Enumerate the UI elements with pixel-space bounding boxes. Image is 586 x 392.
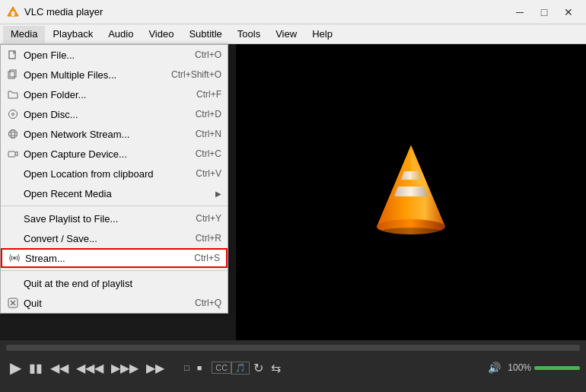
convert-shortcut: Ctrl+R	[196, 233, 221, 244]
open-disc-icon	[7, 108, 19, 120]
svg-point-8	[12, 113, 14, 116]
open-folder-icon	[7, 88, 19, 100]
svg-marker-20	[394, 186, 428, 196]
menu-open-file[interactable]: Open File... Ctrl+O	[1, 45, 228, 65]
minimize-button[interactable]: ─	[508, 3, 531, 21]
volume-fill	[534, 366, 580, 370]
frame-fwd-button[interactable]: ■	[193, 361, 206, 374]
open-folder-shortcut: Ctrl+F	[196, 89, 221, 100]
volume-label: 100%	[508, 362, 531, 373]
svg-point-10	[11, 130, 15, 139]
loop-button[interactable]: ↻	[250, 359, 267, 378]
subtitle-button[interactable]: CC	[212, 362, 231, 374]
quit-icon	[7, 297, 19, 309]
window-title: VLC media player	[24, 6, 508, 18]
menu-open-capture[interactable]: Open Capture Device... Ctrl+C	[1, 144, 228, 164]
menu-open-network[interactable]: Open Network Stream... Ctrl+N	[1, 124, 228, 144]
rewind-button[interactable]: ◀◀◀	[72, 359, 107, 378]
menu-save-playlist[interactable]: Save Playlist to File... Ctrl+Y	[1, 209, 228, 228]
open-disc-label: Open Disc...	[24, 109, 180, 120]
next-button[interactable]: ▶▶	[142, 359, 168, 378]
open-capture-shortcut: Ctrl+C	[196, 148, 221, 159]
svg-rect-13	[8, 151, 15, 157]
open-file-label: Open File...	[24, 49, 180, 61]
open-recent-arrow: ▶	[215, 190, 221, 198]
menu-open-location[interactable]: Open Location from clipboard Ctrl+V	[1, 164, 228, 183]
open-file-shortcut: Ctrl+O	[195, 49, 221, 60]
open-network-shortcut: Ctrl+N	[196, 129, 221, 139]
menu-video[interactable]: Video	[141, 26, 181, 43]
controls-row: ▶ ▮▮ ◀◀ ◀◀◀ ▶▶▶ ▶▶ □ ■ CC 🎵 ↻ ⇆ 🔊 100%	[0, 354, 586, 381]
open-file-icon	[7, 49, 19, 61]
fast-forward-button[interactable]: ▶▶▶	[107, 359, 142, 378]
menu-open-folder[interactable]: Open Folder... Ctrl+F	[1, 84, 228, 104]
open-recent-label: Open Recent Media	[24, 188, 215, 199]
prev-button[interactable]: ◀◀	[46, 359, 72, 378]
separator-1	[1, 206, 228, 206]
stream-shortcut: Ctrl+S	[194, 253, 220, 263]
svg-point-7	[9, 110, 18, 119]
menu-quit-end[interactable]: Quit at the end of playlist	[1, 273, 228, 293]
menu-open-disc[interactable]: Open Disc... Ctrl+D	[1, 104, 228, 124]
menu-quit[interactable]: Quit Ctrl+Q	[1, 293, 228, 313]
main-content: Open File... Ctrl+O Open Multiple Files.…	[0, 44, 586, 340]
quit-label: Quit	[24, 298, 180, 309]
save-playlist-label: Save Playlist to File...	[24, 213, 180, 225]
progress-bar[interactable]	[6, 345, 580, 351]
open-multiple-icon	[7, 69, 19, 81]
quit-end-label: Quit at the end of playlist	[24, 278, 221, 289]
open-capture-label: Open Capture Device...	[24, 148, 180, 160]
menu-stream[interactable]: Stream... Ctrl+S	[1, 248, 228, 268]
menu-open-multiple[interactable]: Open Multiple Files... Ctrl+Shift+O	[1, 65, 228, 84]
quit-shortcut: Ctrl+Q	[195, 298, 221, 308]
menu-subtitle[interactable]: Subtitle	[181, 26, 229, 43]
open-network-icon	[7, 128, 19, 140]
svg-point-14	[13, 257, 16, 260]
menu-open-recent[interactable]: Open Recent Media ▶	[1, 183, 228, 203]
svg-rect-5	[8, 72, 14, 78]
window-controls: ─ □ ✕	[508, 3, 580, 21]
audio-button[interactable]: 🎵	[231, 362, 250, 374]
shuffle-button[interactable]: ⇆	[267, 359, 285, 378]
stream-label: Stream...	[25, 253, 179, 264]
menu-view[interactable]: View	[268, 26, 304, 43]
close-button[interactable]: ✕	[557, 3, 580, 21]
mute-button[interactable]: 🔊	[484, 359, 505, 376]
stream-icon	[8, 252, 21, 264]
media-dropdown-menu: Open File... Ctrl+O Open Multiple Files.…	[0, 44, 228, 314]
vlc-icon	[6, 5, 20, 19]
svg-rect-6	[10, 70, 16, 77]
separator-2	[1, 270, 228, 271]
open-multiple-shortcut: Ctrl+Shift+O	[171, 69, 221, 80]
svg-point-23	[379, 228, 443, 237]
open-capture-icon	[7, 148, 19, 160]
menu-tools[interactable]: Tools	[230, 26, 268, 43]
menu-convert[interactable]: Convert / Save... Ctrl+R	[1, 228, 228, 248]
maximize-button[interactable]: □	[533, 3, 556, 21]
video-area	[236, 44, 586, 340]
open-location-shortcut: Ctrl+V	[196, 168, 221, 179]
menu-audio[interactable]: Audio	[100, 26, 141, 43]
title-bar: VLC media player ─ □ ✕	[0, 0, 586, 24]
play-button[interactable]: ▶	[6, 356, 25, 379]
stop-button[interactable]: ▮▮	[25, 359, 46, 378]
svg-point-9	[9, 130, 18, 139]
menu-help[interactable]: Help	[304, 26, 340, 43]
menu-media[interactable]: Media	[3, 26, 45, 43]
volume-bar[interactable]	[534, 366, 580, 370]
player-controls: ▶ ▮▮ ◀◀ ◀◀◀ ▶▶▶ ▶▶ □ ■ CC 🎵 ↻ ⇆ 🔊 100%	[0, 340, 586, 392]
save-playlist-shortcut: Ctrl+Y	[196, 213, 221, 224]
open-folder-label: Open Folder...	[24, 89, 181, 100]
frame-back-button[interactable]: □	[180, 361, 193, 374]
svg-rect-1	[11, 11, 14, 16]
menu-bar: Media Playback Audio Video Subtitle Tool…	[0, 24, 586, 44]
vlc-cone	[365, 139, 457, 246]
convert-label: Convert / Save...	[24, 233, 180, 244]
volume-control: 🔊 100%	[484, 359, 580, 376]
menu-playback[interactable]: Playback	[45, 26, 100, 43]
open-location-label: Open Location from clipboard	[24, 168, 180, 180]
open-network-label: Open Network Stream...	[24, 129, 180, 140]
open-disc-shortcut: Ctrl+D	[196, 109, 221, 120]
open-multiple-label: Open Multiple Files...	[24, 69, 156, 81]
